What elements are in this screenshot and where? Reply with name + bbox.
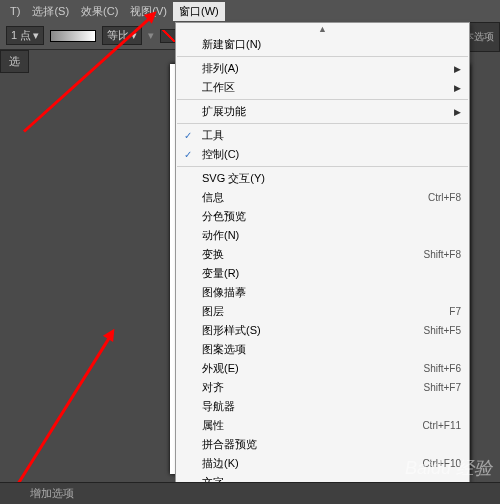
menu-separator	[177, 166, 468, 167]
menu-item-label: 属性	[202, 418, 422, 433]
menu-item[interactable]: 排列(A)▶	[176, 59, 469, 78]
menu-item-label: 拼合器预览	[202, 437, 461, 452]
zoom-dropdown[interactable]: 1 点 ▾	[6, 26, 44, 45]
menu-item-shortcut: Shift+F5	[423, 325, 461, 336]
menu-item[interactable]: 对齐Shift+F7	[176, 378, 469, 397]
menu-separator	[177, 56, 468, 57]
menu-item-label: 对齐	[202, 380, 423, 395]
check-icon: ✓	[184, 130, 192, 141]
menu-item-shortcut: F7	[449, 306, 461, 317]
menu-item[interactable]: 分色预览	[176, 207, 469, 226]
menu-item-label: 控制(C)	[202, 147, 461, 162]
menu-item-label: 图案选项	[202, 342, 461, 357]
menu-item-label: 外观(E)	[202, 361, 423, 376]
menu-item-label: 导航器	[202, 399, 461, 414]
scroll-up-arrow-icon[interactable]: ▲	[176, 23, 469, 35]
submenu-arrow-icon: ▶	[454, 83, 461, 93]
menubar: T)选择(S)效果(C)视图(V)窗口(W)	[0, 0, 500, 22]
stroke-gradient-well[interactable]	[50, 30, 96, 42]
zoom-value: 1 点	[11, 28, 31, 43]
menu-item-label: 变量(R)	[202, 266, 461, 281]
menu-item-shortcut: Shift+F8	[423, 249, 461, 260]
menu-item[interactable]: ✓控制(C)	[176, 145, 469, 164]
menu-item-label: 描边(K)	[202, 456, 422, 471]
menu-item[interactable]: 变量(R)	[176, 264, 469, 283]
menu-item-label: 图像描摹	[202, 285, 461, 300]
menu-1[interactable]: 选择(S)	[26, 2, 75, 21]
menu-item[interactable]: 图像描摹	[176, 283, 469, 302]
menu-item-label: 分色预览	[202, 209, 461, 224]
chevron-down-icon[interactable]: ▾	[148, 29, 154, 42]
submenu-arrow-icon: ▶	[454, 107, 461, 117]
check-icon: ✓	[184, 149, 192, 160]
menu-item-label: 图形样式(S)	[202, 323, 423, 338]
menu-item-label: SVG 交互(Y)	[202, 171, 461, 186]
menu-item-label: 新建窗口(N)	[202, 37, 461, 52]
menu-item-shortcut: Ctrl+F10	[422, 458, 461, 469]
menu-item-label: 动作(N)	[202, 228, 461, 243]
menu-item[interactable]: 扩展功能▶	[176, 102, 469, 121]
menu-4[interactable]: 窗口(W)	[173, 2, 225, 21]
annotation-arrow-2	[11, 332, 114, 495]
menu-item-label: 扩展功能	[202, 104, 461, 119]
menu-item[interactable]: 图案选项	[176, 340, 469, 359]
menu-item[interactable]: 导航器	[176, 397, 469, 416]
menu-item[interactable]: SVG 交互(Y)	[176, 169, 469, 188]
menu-item-shortcut: Shift+F6	[423, 363, 461, 374]
menu-item[interactable]: ✓工具	[176, 126, 469, 145]
status-label: 增加选项	[30, 486, 74, 501]
chevron-down-icon: ▾	[33, 29, 39, 42]
menu-item-shortcut: Ctrl+F11	[422, 420, 461, 431]
status-bar: 增加选项	[0, 482, 500, 504]
menu-item[interactable]: 描边(K)Ctrl+F10	[176, 454, 469, 473]
menu-item-label: 图层	[202, 304, 449, 319]
menu-item[interactable]: 图形样式(S)Shift+F5	[176, 321, 469, 340]
menu-item-label: 工作区	[202, 80, 461, 95]
menu-item-shortcut: Shift+F7	[423, 382, 461, 393]
menu-item[interactable]: 工作区▶	[176, 78, 469, 97]
menu-item[interactable]: 变换Shift+F8	[176, 245, 469, 264]
menu-separator	[177, 99, 468, 100]
menu-item-shortcut: Ctrl+F8	[428, 192, 461, 203]
menu-2[interactable]: 效果(C)	[75, 2, 124, 21]
submenu-arrow-icon: ▶	[454, 64, 461, 74]
menu-0[interactable]: T)	[4, 3, 26, 19]
window-menu-dropdown: ▲ 新建窗口(N)排列(A)▶工作区▶扩展功能▶✓工具✓控制(C)SVG 交互(…	[175, 22, 470, 500]
menu-item[interactable]: 属性Ctrl+F11	[176, 416, 469, 435]
menu-item-label: 变换	[202, 247, 423, 262]
menu-item[interactable]: 信息Ctrl+F8	[176, 188, 469, 207]
menu-item[interactable]: 动作(N)	[176, 226, 469, 245]
menu-item[interactable]: 外观(E)Shift+F6	[176, 359, 469, 378]
menu-item-label: 排列(A)	[202, 61, 461, 76]
menu-item[interactable]: 拼合器预览	[176, 435, 469, 454]
menu-item-label: 信息	[202, 190, 428, 205]
menu-item[interactable]: 新建窗口(N)	[176, 35, 469, 54]
menu-item[interactable]: 图层F7	[176, 302, 469, 321]
menu-separator	[177, 123, 468, 124]
menu-item-label: 工具	[202, 128, 461, 143]
panel-tab[interactable]: 选	[0, 50, 29, 73]
